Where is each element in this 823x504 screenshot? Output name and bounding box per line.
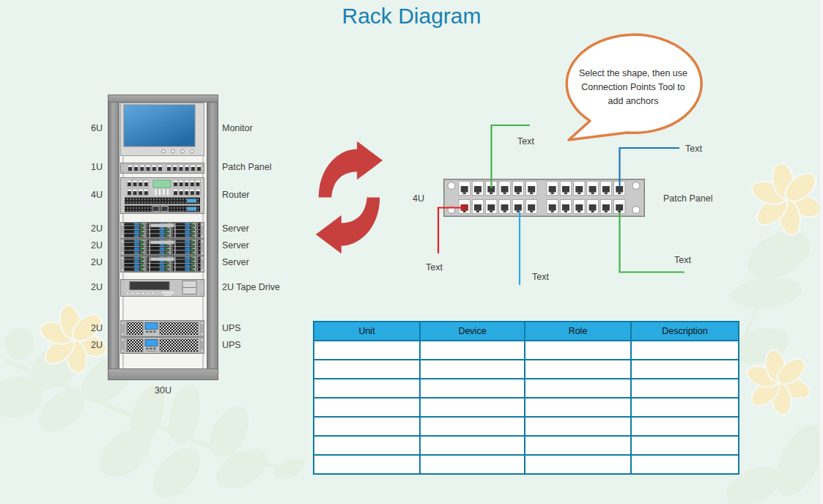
page-title[interactable]: Rack Diagram (0, 4, 823, 29)
table-row (314, 379, 739, 398)
table-row (314, 398, 739, 417)
connector-label[interactable]: Text (517, 136, 534, 147)
table-cell[interactable] (631, 398, 739, 417)
rack-unit-label[interactable]: 1U (62, 162, 103, 172)
table-cell[interactable] (420, 398, 525, 417)
rack-device-label[interactable]: 2U Tape Drive (222, 282, 280, 292)
rack-device-label[interactable]: Monitor (222, 123, 253, 133)
connector-label[interactable]: Text (674, 255, 691, 265)
rack-device-label[interactable]: Server (222, 240, 249, 251)
rack-device-label[interactable]: UPS (222, 340, 241, 350)
table-cell[interactable] (525, 398, 631, 417)
table-header-device[interactable]: Device (420, 322, 525, 341)
diagram-canvas: Rack Diagram (0, 0, 823, 504)
table-cell[interactable] (420, 379, 525, 398)
table-cell[interactable] (631, 417, 739, 436)
callout-text[interactable]: Select the shape, then use Connection Po… (572, 67, 695, 108)
table-row (314, 436, 739, 455)
table-cell[interactable] (314, 341, 420, 360)
table-cell[interactable] (314, 417, 420, 436)
patch-panel-name-label[interactable]: Patch Panel (663, 193, 712, 204)
table-cell[interactable] (314, 398, 420, 417)
table-cell[interactable] (314, 455, 420, 474)
rack-unit-label[interactable]: 4U (62, 190, 103, 200)
table-cell[interactable] (420, 417, 525, 436)
rack-unit-label[interactable]: 2U (62, 282, 103, 292)
connector-label[interactable]: Text (532, 272, 549, 282)
connector-label[interactable]: Text (426, 262, 443, 273)
table-cell[interactable] (314, 360, 420, 379)
table-row (314, 341, 739, 360)
table-row (314, 417, 739, 436)
table-cell[interactable] (631, 455, 739, 474)
rack-unit-label[interactable]: 2U (62, 257, 103, 267)
rack-device-label[interactable]: Router (222, 190, 250, 200)
table-cell[interactable] (525, 417, 631, 436)
table-header-role[interactable]: Role (525, 322, 631, 341)
table-cell[interactable] (314, 436, 420, 455)
rack-unit-label[interactable]: 2U (62, 223, 103, 234)
table-cell[interactable] (420, 360, 525, 379)
table-cell[interactable] (525, 455, 631, 474)
table-cell[interactable] (314, 379, 420, 398)
table-cell[interactable] (525, 341, 631, 360)
table-cell[interactable] (420, 436, 525, 455)
rack-capacity-label[interactable]: 30U (108, 385, 218, 396)
patch-panel-unit-label[interactable]: 4U (413, 193, 424, 204)
table-cell[interactable] (525, 360, 631, 379)
connector-label[interactable]: Text (685, 144, 702, 154)
rack-device-label[interactable]: Server (222, 257, 249, 267)
rack-unit-label[interactable]: 2U (62, 323, 103, 333)
rack-device-label[interactable]: UPS (222, 323, 241, 333)
rack-unit-label[interactable]: 2U (62, 240, 103, 251)
table-cell[interactable] (525, 436, 631, 455)
rack-inventory-table: Unit Device Role Description (313, 321, 739, 475)
rack-device-label[interactable]: Server (222, 223, 249, 234)
rack-unit-label[interactable]: 2U (62, 340, 103, 350)
rack-device-label[interactable]: Patch Panel (222, 162, 271, 172)
table-cell[interactable] (525, 379, 631, 398)
connector-top-blue[interactable] (620, 148, 680, 187)
table-cell[interactable] (631, 436, 739, 455)
table-cell[interactable] (631, 379, 739, 398)
table-cell[interactable] (420, 455, 525, 474)
table-row (314, 455, 739, 474)
rack-unit-label[interactable]: 6U (62, 123, 103, 133)
table-header-row: Unit Device Role Description (314, 322, 739, 341)
connector-top-green[interactable] (492, 125, 531, 188)
table-cell[interactable] (420, 341, 525, 360)
table-cell[interactable] (631, 341, 739, 360)
table-row (314, 360, 739, 379)
table-header-unit[interactable]: Unit (314, 322, 420, 341)
table-cell[interactable] (631, 360, 739, 379)
table-header-description[interactable]: Description (631, 322, 739, 341)
connector-left-red[interactable] (438, 208, 464, 254)
